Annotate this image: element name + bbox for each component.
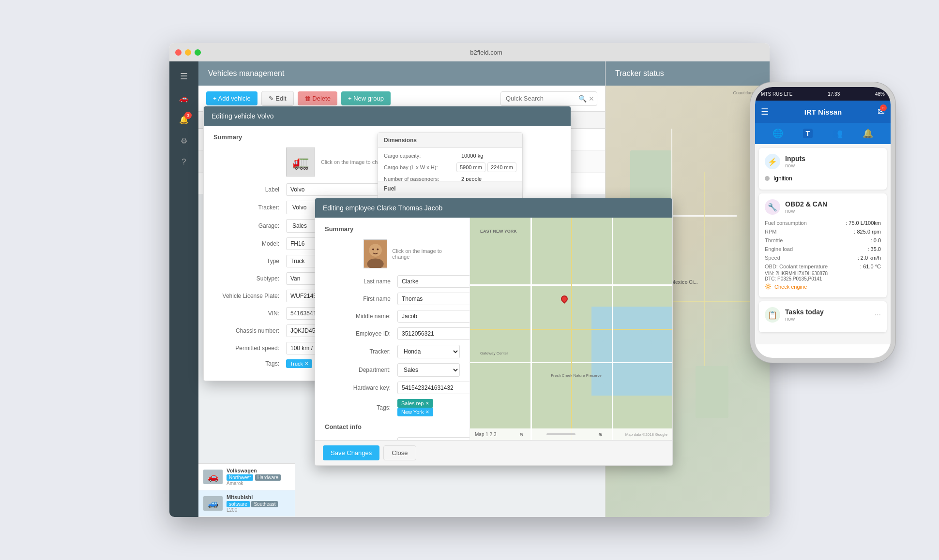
traffic-light-red[interactable] <box>175 49 182 56</box>
throttle-label: Throttle <box>765 237 783 243</box>
save-changes-button[interactable]: Save Changes <box>323 445 379 460</box>
map-attribution: Map data ©2018 Google <box>625 432 667 437</box>
mobile-phone: MTS RUS LTE 17:33 48% ☰ IRT Nissan ✉ 3 🌐… <box>755 87 910 416</box>
employee-modal-footer: Save Changes Close <box>315 440 672 465</box>
cargo-capacity-value: 10000 kg <box>461 153 483 159</box>
nav-people-icon[interactable]: 👥 <box>832 128 843 139</box>
form-emp-tracker-row: Tracker: Honda <box>325 345 460 358</box>
empid-input[interactable] <box>397 327 470 340</box>
vehicle-photo[interactable]: 🚛 <box>286 147 315 177</box>
engine-load-value: : 35.0 <box>867 246 881 252</box>
cargo-bay-w-input[interactable] <box>456 162 485 172</box>
nav-info-icon[interactable]: T <box>803 129 813 138</box>
hwkey-input[interactable] <box>397 382 470 394</box>
vehicle-brand: Volkswagen <box>227 468 290 473</box>
tracker-header: Tracker status <box>606 61 770 86</box>
tag-newyork-remove[interactable]: × <box>425 409 429 415</box>
check-engine-warning: 🔆 Check engine <box>765 281 881 292</box>
check-engine-icon: 🔆 <box>765 283 772 290</box>
firstname-input[interactable] <box>397 293 470 305</box>
employee-photo[interactable] <box>363 239 387 268</box>
search-input[interactable] <box>506 95 578 102</box>
coolant-label: OBD: Coolant temperature <box>765 264 828 269</box>
tag-truck-remove[interactable]: × <box>305 360 308 367</box>
tag-northwest: Northwest <box>227 474 253 481</box>
obd2-card-subtitle: now <box>785 208 827 214</box>
phone-header: ☰ IRT Nissan ✉ 3 <box>755 101 891 123</box>
tasks-card-title: Tasks today <box>785 308 870 316</box>
fuel-consumption-value: : 75.0 L/100km <box>846 220 881 226</box>
employee-photo-hint: Click on the image to change <box>392 248 460 260</box>
contact-section-title: Contact info <box>325 423 460 430</box>
tags-field-label: Tags: <box>213 360 286 367</box>
tasks-more-icon[interactable]: ··· <box>875 310 881 319</box>
svg-point-4 <box>377 249 379 251</box>
emp-tracker-select[interactable]: Honda <box>397 345 460 358</box>
form-middlename-row: Middle name: <box>325 310 460 323</box>
model-field-label: Model: <box>213 240 286 247</box>
department-select[interactable]: Sales <box>397 363 460 377</box>
delete-button[interactable]: 🗑 Delete <box>298 91 337 105</box>
vehicle-list-item[interactable]: 🚗 Volkswagen Northwest Hardware Amarok <box>198 464 295 490</box>
tag-software: software <box>227 501 250 507</box>
map-label-east: EAST NEW YORK <box>480 229 517 234</box>
form-firstname-row: First name <box>325 293 460 305</box>
hamburger-icon[interactable]: ☰ <box>176 67 192 86</box>
throttle-value: : 0.0 <box>871 237 881 243</box>
phone-hamburger-icon[interactable]: ☰ <box>761 106 769 117</box>
close-button[interactable]: Close <box>383 445 416 460</box>
rpm-row: RPM : 825.0 rpm <box>765 227 881 236</box>
speed-field-label: Permitted speed: <box>213 345 286 352</box>
obd2-title-group: OBD2 & CAN now <box>785 200 827 214</box>
fuel-consumption-row: Fuel consumption : 75.0 L/100km <box>765 219 881 227</box>
lastname-input[interactable] <box>397 275 470 288</box>
tasks-title-group: Tasks today now <box>785 308 870 322</box>
map-label-mexico: Mexico Ci... <box>671 280 698 285</box>
fuel-consumption-label: Fuel consumption <box>765 220 807 226</box>
nav-globe-icon[interactable]: 🌐 <box>772 128 783 139</box>
map-zoom-slider[interactable] <box>546 433 576 435</box>
tag-salesrep-remove[interactable]: × <box>425 400 429 407</box>
map-zoom-in[interactable]: ⊕ <box>598 432 602 437</box>
inputs-title-group: Inputs now <box>785 155 805 168</box>
inputs-icon: ⚡ <box>765 154 780 169</box>
edit-button[interactable]: ✎ Edit <box>261 91 294 106</box>
tag-southeast: Southeast <box>251 501 278 507</box>
coolant-value: : 61.0 °C <box>860 264 881 269</box>
department-label: Department: <box>325 367 397 373</box>
hwkey-label: Hardware key: <box>325 384 397 391</box>
sidebar-icon-bell[interactable]: 🔔 3 <box>175 111 193 128</box>
traffic-light-yellow[interactable] <box>185 49 191 56</box>
middlename-label: Middle name: <box>325 313 397 320</box>
vehicle-thumbnail: 🚗 <box>203 470 223 484</box>
map-label-fresh-creek: Fresh Creek Nature Preserve <box>551 373 601 378</box>
subtype-field-label: Subtype: <box>213 275 286 282</box>
label-input[interactable] <box>286 183 383 196</box>
fuel-header: Fuel <box>378 181 522 196</box>
cargo-bay-h-input[interactable] <box>487 162 516 172</box>
form-department-row: Department: Sales <box>325 363 460 377</box>
phone-notification[interactable]: ✉ 3 <box>878 106 885 117</box>
sidebar-icon-vehicle[interactable]: 🚗 <box>175 89 193 107</box>
tag-truck: Truck × <box>286 359 312 368</box>
traffic-light-green[interactable] <box>195 49 201 56</box>
middlename-input[interactable] <box>397 310 470 323</box>
vehicle-list-item-active[interactable]: 🚙 Mitsubishi software Southeast L200 <box>198 490 295 517</box>
tag-hardware: Hardware <box>255 474 281 481</box>
sidebar-icon-settings[interactable]: ⚙ <box>175 132 193 149</box>
search-clear-icon[interactable]: ✕ <box>589 95 594 103</box>
form-empid-row: Employee ID: <box>325 327 460 340</box>
cargo-bay-inputs <box>456 162 516 172</box>
map-bottom-bar: Map 1 2 3 ⊖ ⊕ Map data ©2018 Google <box>470 428 672 440</box>
phone-nav: 🌐 T 👥 🔔 <box>755 123 891 144</box>
add-vehicle-button[interactable]: + Add vehicle <box>206 91 257 105</box>
new-group-button[interactable]: + New group <box>341 91 391 105</box>
sidebar-icon-help[interactable]: ? <box>175 153 193 171</box>
ignition-label: Ignition <box>773 175 792 182</box>
nav-bell-icon[interactable]: 🔔 <box>863 128 873 139</box>
phone-content: ⚡ Inputs now Ignition 🔧 OBD2 & CAN <box>755 144 891 344</box>
tasks-card-subtitle: now <box>785 316 870 322</box>
map-zoom-out[interactable]: ⊖ <box>519 432 523 437</box>
vin-display: VIN: 2HKRM4H7XDH630878 <box>765 271 881 276</box>
type-field-label: Type <box>213 258 286 265</box>
